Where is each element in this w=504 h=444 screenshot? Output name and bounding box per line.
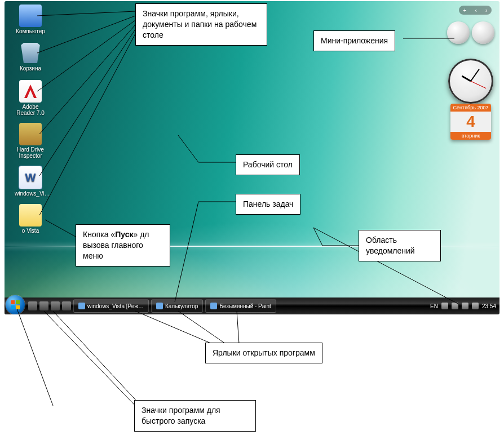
dial-icon xyxy=(472,21,494,44)
sidebar-control-strip[interactable]: + ‹ › xyxy=(459,6,492,15)
taskbar[interactable]: windows_Vista [Реж… Калькулятор Безымянн… xyxy=(5,298,499,314)
callout-start-button: Кнопка «Пуск» дл вызова главного меню xyxy=(76,224,170,267)
chevron-left-icon: ‹ xyxy=(475,7,477,14)
icon-label: windows_Vi… xyxy=(15,190,46,197)
gadget-disks[interactable] xyxy=(446,21,495,53)
start-button[interactable] xyxy=(6,295,25,314)
folder-icon xyxy=(19,204,42,227)
quick-launch-icon[interactable] xyxy=(28,301,37,310)
quick-launch-icon[interactable] xyxy=(62,301,71,310)
taskbar-clock[interactable]: 23:54 xyxy=(482,303,496,309)
callout-quick-launch: Значки программ для быстрого запуска xyxy=(134,400,256,432)
icon-label: Корзина xyxy=(15,65,46,72)
app-icon xyxy=(156,303,163,309)
callout-desktop-icons: Значки программ, ярлыки, документы и пап… xyxy=(135,3,267,46)
callout-taskbar: Панель задач xyxy=(236,194,300,215)
desktop-icon-adobe-reader[interactable]: Adobe Reader 7.0 xyxy=(15,80,46,116)
trash-icon xyxy=(19,42,42,64)
calendar-month: Сентябрь 2007 xyxy=(450,104,491,112)
icon-label: Компьютер xyxy=(15,28,46,34)
word-doc-icon xyxy=(19,166,42,189)
taskbar-button-label: windows_Vista [Реж… xyxy=(87,303,144,309)
dial-icon xyxy=(447,21,470,44)
taskbar-button[interactable]: Безымянный - Paint xyxy=(205,299,276,313)
desktop-icon-recycle-bin[interactable]: Корзина xyxy=(15,42,46,72)
callout-desktop: Рабочий стол xyxy=(236,154,300,175)
quick-launch-icon[interactable] xyxy=(51,301,60,310)
gadget-sidebar: Сентябрь 2007 4 вторник xyxy=(446,21,495,140)
svg-line-10 xyxy=(237,311,239,344)
desktop-icon-computer[interactable]: Компьютер xyxy=(15,5,46,34)
chevron-right-icon: › xyxy=(485,7,487,14)
icon-label: Hard Drive Inspector xyxy=(15,146,46,159)
notification-area[interactable]: EN 23:54 xyxy=(427,303,499,309)
computer-icon xyxy=(19,5,42,27)
app-icon xyxy=(210,303,217,309)
app-icon xyxy=(78,303,85,309)
language-indicator[interactable]: EN xyxy=(430,303,438,309)
tray-icon[interactable] xyxy=(452,303,458,309)
callout-gadgets: Мини-приложения xyxy=(313,30,395,51)
svg-line-11 xyxy=(17,309,53,406)
callout-open-apps: Ярлыки открытых программ xyxy=(205,343,322,363)
icon-label: Adobe Reader 7.0 xyxy=(15,104,46,116)
svg-line-13 xyxy=(53,311,141,406)
svg-line-8 xyxy=(135,311,212,344)
quick-launch-icon[interactable] xyxy=(39,301,48,310)
volume-icon[interactable] xyxy=(472,303,479,309)
desktop-icon-document[interactable]: windows_Vi… xyxy=(15,166,46,197)
clock-second-hand xyxy=(471,81,487,89)
taskbar-button[interactable]: Калькулятор xyxy=(151,299,204,313)
desktop-icon-folder[interactable]: о Vista xyxy=(15,204,46,234)
calendar-weekday: вторник xyxy=(450,132,491,140)
tray-icon[interactable] xyxy=(462,303,468,309)
plus-icon: + xyxy=(463,7,467,14)
calendar-day: 4 xyxy=(450,112,491,132)
svg-line-12 xyxy=(44,311,135,406)
tray-icon[interactable] xyxy=(441,303,448,309)
callout-notification-area: Область уведомлений xyxy=(359,230,441,261)
drive-icon xyxy=(19,123,42,145)
taskbar-button[interactable]: windows_Vista [Реж… xyxy=(73,299,149,313)
icon-label: о Vista xyxy=(15,228,46,234)
svg-line-9 xyxy=(178,311,226,344)
adobe-icon xyxy=(19,80,42,103)
taskbar-button-label: Калькулятор xyxy=(165,303,198,309)
gadget-clock[interactable] xyxy=(448,59,493,104)
gadget-calendar[interactable]: Сентябрь 2007 4 вторник xyxy=(450,104,491,140)
desktop-icon-hd-inspector[interactable]: Hard Drive Inspector xyxy=(15,123,46,159)
taskbar-button-label: Безымянный - Paint xyxy=(219,303,271,309)
